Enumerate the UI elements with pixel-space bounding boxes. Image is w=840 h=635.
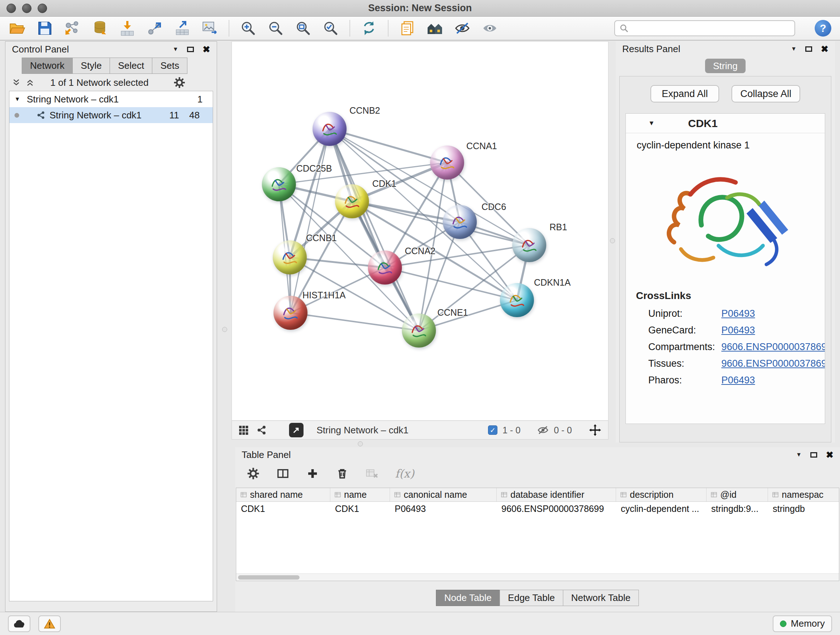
zoom-fit-button[interactable]: [294, 19, 312, 37]
function-builder-icon[interactable]: f(x): [395, 467, 414, 480]
cloud-status-button[interactable]: [8, 616, 30, 632]
panel-menu-icon[interactable]: ▼: [791, 46, 797, 52]
grid-view-icon[interactable]: [238, 425, 248, 435]
gene-entry-header[interactable]: ▼ CDK1: [626, 114, 825, 133]
add-column-icon[interactable]: [306, 467, 319, 480]
table-tab-edge-table[interactable]: Edge Table: [500, 590, 563, 606]
detach-view-button[interactable]: [289, 423, 303, 437]
refresh-view-button[interactable]: [360, 19, 378, 37]
search-box[interactable]: [614, 20, 795, 36]
crosslink-value[interactable]: 9606.ENSP00000378699: [722, 358, 825, 369]
close-window-button[interactable]: [6, 4, 16, 13]
network-node-hist1h1a[interactable]: [273, 296, 308, 330]
hide-details-button[interactable]: [454, 19, 471, 37]
network-node-ccnb1[interactable]: [273, 241, 307, 274]
control-tab-sets[interactable]: Sets: [152, 57, 187, 74]
crosslink-value[interactable]: P06493: [722, 308, 755, 319]
control-tab-network[interactable]: Network: [22, 57, 73, 74]
help-button[interactable]: ?: [815, 20, 831, 36]
crosslink-value[interactable]: 9606.ENSP00000378699: [722, 341, 825, 353]
column-header-name[interactable]: name: [330, 488, 390, 501]
cloud-icon: [13, 619, 25, 628]
panel-menu-icon[interactable]: ▼: [796, 451, 802, 458]
column-header-description[interactable]: description: [616, 488, 706, 501]
clone-network-button[interactable]: [399, 19, 416, 37]
table-row[interactable]: CDK1CDK1P064939606.ENSP00000378699cyclin…: [236, 502, 839, 516]
expand-all-button[interactable]: Expand All: [651, 85, 719, 103]
table-horizontal-scrollbar[interactable]: [236, 573, 839, 581]
selected-checkbox[interactable]: ✓: [488, 425, 497, 435]
table-tab-network-table[interactable]: Network Table: [563, 590, 639, 606]
table-settings-gear-icon[interactable]: [247, 467, 260, 480]
collapse-all-button[interactable]: Collapse All: [731, 85, 800, 103]
string-tab-badge[interactable]: String: [705, 59, 745, 73]
network-collection-row[interactable]: ▼ String Network – cdk1 1: [9, 91, 213, 107]
birdseye-view-button[interactable]: [426, 19, 444, 37]
save-session-button[interactable]: [36, 19, 54, 37]
export-image-icon: [202, 21, 218, 35]
panel-close-icon[interactable]: ✖: [826, 450, 834, 459]
right-splitter-handle[interactable]: [610, 238, 615, 243]
network-node-ccnb2[interactable]: [313, 112, 347, 146]
network-node-ccna1[interactable]: [430, 146, 464, 180]
collapse-all-icon[interactable]: [26, 78, 34, 87]
import-table-button[interactable]: [118, 19, 136, 37]
network-node-cdc25b[interactable]: [262, 167, 296, 201]
network-edge[interactable]: [291, 313, 419, 331]
show-columns-icon[interactable]: [276, 467, 289, 480]
column-header-namespac[interactable]: namespac: [768, 488, 839, 501]
table-cell: P06493: [390, 502, 497, 516]
column-header--id[interactable]: @id: [706, 488, 768, 501]
column-header-shared-name[interactable]: shared name: [236, 488, 330, 501]
network-node-rb1[interactable]: [512, 228, 546, 262]
network-node-ccna2[interactable]: [368, 250, 402, 285]
delete-column-icon[interactable]: [336, 467, 349, 480]
panel-menu-icon[interactable]: ▼: [172, 46, 178, 52]
memory-button[interactable]: Memory: [773, 616, 832, 632]
zoom-window-button[interactable]: [38, 4, 47, 13]
gear-icon[interactable]: [173, 76, 186, 89]
panel-float-icon[interactable]: [187, 47, 194, 52]
export-image-button[interactable]: [201, 19, 218, 37]
scrollbar-thumb[interactable]: [238, 575, 300, 580]
network-node-cdkn1a[interactable]: [500, 283, 534, 317]
warnings-button[interactable]: [38, 616, 61, 632]
panel-float-icon[interactable]: [805, 46, 812, 52]
export-network-button[interactable]: [146, 19, 164, 37]
fit-selected-crosshair-icon[interactable]: [589, 424, 602, 437]
network-node-cdc6[interactable]: [443, 205, 477, 239]
search-input[interactable]: [632, 23, 790, 34]
minimize-window-button[interactable]: [22, 4, 32, 13]
entry-collapse-icon[interactable]: ▼: [648, 119, 655, 127]
zoom-out-button[interactable]: [267, 19, 284, 37]
panel-float-icon[interactable]: [810, 452, 817, 458]
control-tab-select[interactable]: Select: [110, 57, 152, 74]
table-tab-node-table[interactable]: Node Table: [436, 590, 500, 606]
share-view-icon[interactable]: [256, 425, 267, 435]
network-node-cdk1[interactable]: [335, 184, 369, 218]
network-row[interactable]: String Network – cdk1 11 48: [9, 107, 213, 123]
import-network-button[interactable]: [64, 19, 81, 37]
column-header-database-identifier[interactable]: database identifier: [497, 488, 616, 501]
bottom-splitter-handle[interactable]: [358, 441, 363, 447]
left-splitter-handle[interactable]: [222, 327, 227, 332]
crosslink-value[interactable]: P06493: [722, 375, 755, 386]
import-database-button[interactable]: [91, 19, 109, 37]
column-type-icon: [621, 492, 627, 497]
control-tab-style[interactable]: Style: [73, 57, 110, 74]
column-header-canonical-name[interactable]: canonical name: [390, 488, 497, 501]
panel-close-icon[interactable]: ✖: [202, 45, 210, 54]
zoom-selected-button[interactable]: [322, 19, 339, 37]
tree-expand-icon[interactable]: ▼: [14, 96, 22, 103]
network-tree: ▼ String Network – cdk1 1 String Network…: [9, 91, 213, 601]
export-table-button[interactable]: [174, 19, 191, 37]
network-canvas[interactable]: CCNB2CCNA1CDC25BCDK1CDC6RB1CCNB1CCNA2CDK…: [232, 41, 608, 421]
network-edge[interactable]: [291, 129, 330, 313]
expand-all-icon[interactable]: [12, 78, 21, 87]
zoom-in-button[interactable]: [240, 19, 257, 37]
panel-close-icon[interactable]: ✖: [821, 44, 829, 54]
crosslink-value[interactable]: P06493: [722, 325, 755, 336]
open-session-button[interactable]: [9, 19, 26, 37]
network-node-ccne1[interactable]: [402, 314, 436, 348]
show-details-button[interactable]: [481, 19, 499, 37]
